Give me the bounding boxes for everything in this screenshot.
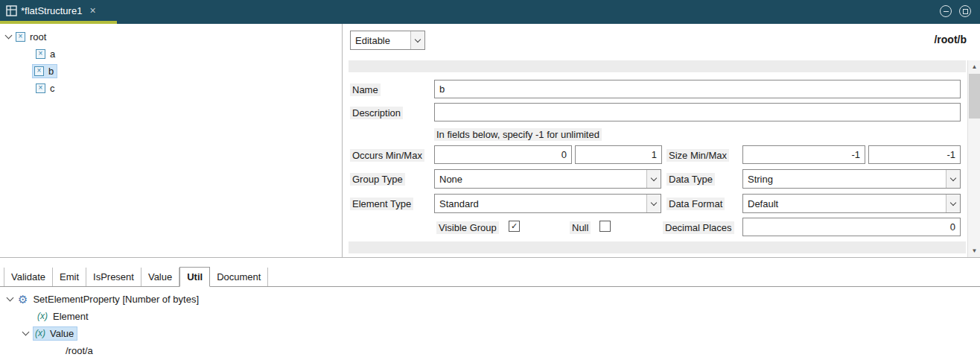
tree-node-c[interactable]: × c [36,80,55,95]
decimal-places-input[interactable] [742,218,961,236]
tab-validate[interactable]: Validate [4,268,53,286]
properties-panel: Validate Emit IsPresent Value Util Docum… [0,258,980,360]
data-format-label: Data Format [666,198,725,210]
tab-util[interactable]: Util [179,267,210,287]
chevron-down-icon[interactable] [7,294,14,301]
chevron-down-icon [415,36,421,42]
unlimited-note: In fields below, specify -1 for unlimite… [434,128,602,141]
function-gear-icon: ⚙ [18,294,28,305]
util-node-element[interactable]: (x) Element [37,308,89,324]
minimize-icon [944,11,949,12]
tab-ispresent[interactable]: IsPresent [86,268,141,286]
size-minmax-label: Size Min/Max [666,149,729,162]
chevron-down-icon [950,199,956,205]
tree-selection: × b [33,65,57,78]
size-max-input[interactable] [868,145,961,164]
tree-selection: (x) Value [34,327,77,340]
data-format-value: Default [743,195,946,212]
document-tab-label: *flatStructure1 [21,5,82,16]
chevron-down-icon [651,199,657,205]
restore-button[interactable] [959,5,971,17]
tab-emit[interactable]: Emit [53,268,86,286]
util-function-label: SetElementProperty [Number of bytes] [33,294,199,305]
app-window: *flatStructure1 × × root × a × b × c [0,0,980,360]
description-input[interactable] [434,103,961,121]
element-editor-pane: Editable /root/b Name Description In fie… [343,24,980,257]
fx-icon: (x) [37,311,48,321]
util-node-value[interactable]: (x) Value [23,325,77,341]
element-icon: × [36,83,45,93]
occurs-minmax-label: Occurs Min/Max [350,149,424,162]
chevron-down-icon[interactable] [22,328,30,335]
tab-document[interactable]: Document [210,268,268,286]
scrollbar-thumb[interactable] [969,74,980,119]
util-value-label: Value [50,328,74,339]
name-label: Name [350,83,381,96]
element-type-value: Standard [435,195,646,212]
element-type-label: Element Type [350,198,413,210]
visible-group-label: Visible Group [436,221,499,234]
scroll-down-icon[interactable]: ▼ [968,244,980,257]
name-input[interactable] [434,80,961,98]
chevron-down-icon [950,174,956,180]
dropdown-button[interactable] [410,31,424,49]
null-label: Null [570,221,591,234]
separator-bar [349,241,966,253]
mode-dropdown[interactable]: Editable [350,31,425,50]
element-icon: × [36,49,45,59]
property-tab-bar: Validate Emit IsPresent Value Util Docum… [0,268,980,287]
dropdown-button[interactable] [946,170,960,188]
group-type-label: Group Type [350,173,405,186]
chevron-down-icon[interactable] [5,31,13,39]
group-type-dropdown[interactable]: None [434,169,661,189]
tree-node-root-label: root [30,31,46,42]
visible-group-checkbox[interactable]: ✓ [509,221,520,232]
decimal-places-label: Decimal Places [663,221,734,234]
util-node-function[interactable]: ⚙ SetElementProperty [Number of bytes] [7,291,199,307]
util-value-path-label: /root/a [66,345,93,356]
tree-node-root[interactable]: × root [6,29,46,44]
element-type-dropdown[interactable]: Standard [434,194,661,213]
vertical-scrollbar[interactable]: ▲ ▼ [967,60,980,257]
util-element-label: Element [53,311,89,322]
occurs-min-input[interactable] [434,145,572,164]
dropdown-button[interactable] [646,170,661,188]
title-bar: *flatStructure1 × [0,0,980,24]
data-format-dropdown[interactable]: Default [742,194,961,213]
tree-node-c-label: c [50,83,55,94]
fx-icon: (x) [35,328,45,338]
tree-node-a-label: a [50,48,55,60]
tree-node-b[interactable]: × b [33,63,57,78]
occurs-max-input[interactable] [575,145,662,164]
element-path: /root/b [934,34,967,45]
separator-bar [349,60,966,72]
data-type-label: Data Type [666,173,715,186]
dropdown-button[interactable] [646,195,661,212]
app-icon [6,5,18,17]
group-type-value: None [435,170,646,188]
util-node-value-path[interactable]: /root/a [66,342,93,359]
data-type-dropdown[interactable]: String [742,169,961,189]
element-icon: × [34,66,44,76]
scroll-up-icon[interactable]: ▲ [968,60,980,73]
data-type-value: String [743,170,946,188]
minimize-button[interactable] [940,5,952,17]
document-tab[interactable]: *flatStructure1 × [21,0,96,21]
tree-node-a[interactable]: × a [36,46,55,61]
dropdown-button[interactable] [946,195,960,212]
size-min-input[interactable] [742,145,865,164]
element-icon: × [16,32,25,42]
description-label: Description [350,107,403,119]
tab-value[interactable]: Value [141,268,179,286]
tab-close-icon[interactable]: × [89,5,95,16]
null-checkbox[interactable] [599,221,611,232]
tree-node-b-label: b [48,66,54,77]
restore-icon [963,9,968,14]
mode-dropdown-value: Editable [351,31,410,49]
chevron-down-icon [651,174,657,180]
structure-tree-pane: × root × a × b × c [0,24,343,257]
